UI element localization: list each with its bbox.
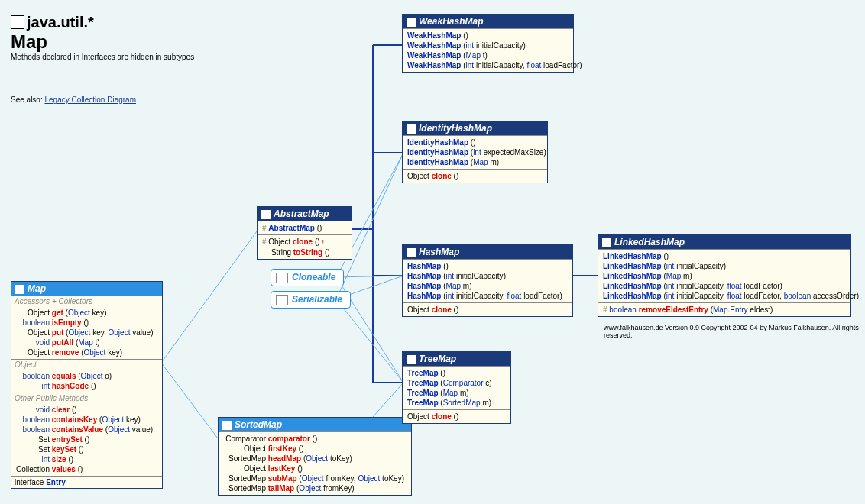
svg-line-7 (161, 231, 257, 363)
svg-line-8 (161, 363, 218, 438)
weakhashmap-class-box: WeakHashMap WeakHashMap () WeakHashMap (… (402, 14, 574, 73)
hashmap-class-box: HashMap HashMap () HashMap (int initialC… (402, 244, 573, 317)
class-icon (407, 355, 416, 364)
svg-line-14 (336, 299, 403, 383)
sortedmap-interface-box: SortedMap Comparator comparator () Objec… (218, 417, 412, 496)
class-icon (407, 18, 416, 27)
page-note: Methods declared in Interfaces are hidde… (11, 53, 194, 61)
page-title: Map (11, 31, 194, 53)
map-interface-box: Map Accessors + Collectors Object get (O… (11, 281, 163, 489)
interface-icon (222, 421, 232, 430)
class-icon (261, 210, 271, 219)
package-name: java.util.* (27, 14, 94, 31)
class-icon (602, 238, 611, 247)
interface-icon (276, 295, 288, 305)
package-icon (11, 15, 24, 29)
see-also: See also: Legacy Collection Diagram (11, 95, 136, 104)
class-icon (407, 124, 416, 134)
serializable-pill: Serializable (271, 291, 351, 309)
svg-line-10 (336, 276, 403, 277)
treemap-class-box: TreeMap TreeMap () TreeMap (Comparator c… (402, 351, 511, 424)
legacy-collection-link[interactable]: Legacy Collection Diagram (44, 95, 136, 104)
copyright: www.falkhausen.de Version 0.9 Copyright … (604, 324, 865, 339)
abstractmap-class-box: AbstractMap # AbstractMap () # Object cl… (257, 206, 352, 260)
linkedhashmap-class-box: LinkedHashMap LinkedHashMap () LinkedHas… (598, 234, 851, 317)
class-icon (407, 248, 416, 257)
cloneable-pill: Cloneable (271, 269, 344, 286)
page-header: java.util.* Map Methods declared in Inte… (11, 14, 194, 61)
interface-icon (276, 273, 288, 283)
identityhashmap-class-box: IdentityHashMap IdentityHashMap () Ident… (402, 121, 548, 183)
interface-icon (15, 285, 24, 294)
